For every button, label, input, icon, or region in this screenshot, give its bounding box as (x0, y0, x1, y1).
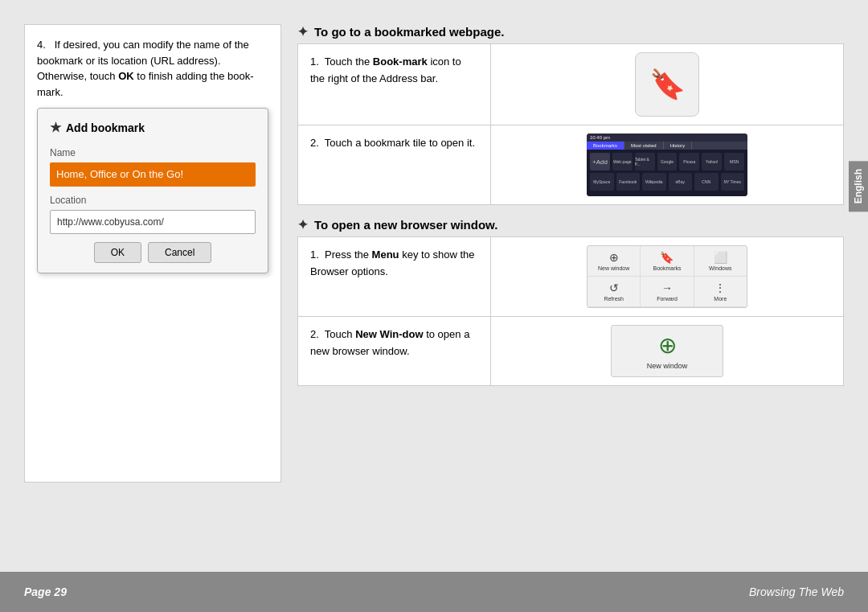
bookmarks-label: Bookmarks (653, 265, 681, 271)
section2-header-text: To open a new browser window. (314, 218, 497, 232)
browser-options-mockup: ⊕ New window 🔖 Bookmarks ⬜ (587, 245, 747, 308)
new-window-big-icon: ⊕ (658, 332, 677, 359)
section1: ✦ To go to a bookmarked webpage. 1. Touc… (297, 24, 844, 205)
section1-step2-text: 2. Touch a bookmark tile to open it. (298, 125, 491, 204)
browser-mockup: 10:40 pm Bookmarks Most visited History (587, 133, 747, 196)
browser-options-cell: ⊕ New window 🔖 Bookmarks ⬜ (491, 237, 843, 316)
more-icon: ⋮ (714, 281, 726, 294)
bookmark-icon-large: 🔖 (635, 52, 699, 117)
plus-icon-2: ✦ (297, 217, 308, 232)
windows-icon: ⬜ (714, 251, 727, 264)
section1-step1-text: 1. Touch the Book-mark icon to the right… (298, 44, 491, 125)
bm-row-2: MySpace Facebook Wikipedia eBay CNN NY T… (590, 173, 744, 191)
dialog-title-text: Add bookmark (66, 120, 145, 137)
add-tile: +Add (590, 153, 610, 170)
dialog-title: ★ Add bookmark (50, 118, 256, 138)
forward-option: → Forward (641, 277, 694, 306)
english-tab: English (849, 161, 868, 212)
options-row-1: ⊕ New window 🔖 Bookmarks ⬜ (588, 246, 747, 277)
dialog-buttons: OK Cancel (50, 242, 256, 263)
bookmark-icon-cell: 🔖 (491, 44, 843, 125)
new-window-mockup: ⊕ New window (611, 325, 723, 377)
english-label: English (853, 169, 864, 203)
section2-header: ✦ To open a new browser window. (297, 217, 844, 232)
webpage-tile: Web page (612, 153, 633, 170)
most-visited-tab: Most visited (624, 142, 664, 150)
footer-title: Browsing The Web (749, 585, 844, 598)
name-input[interactable]: Home, Office or On the Go! (50, 162, 256, 187)
left-panel: 4. If desired, you can modify the name o… (24, 24, 281, 483)
myspace-tile: MySpace (590, 173, 614, 191)
nytimes-tile: NY Times (721, 173, 745, 191)
add-bookmark-dialog: ★ Add bookmark Name Home, Office or On t… (37, 108, 268, 273)
new-window-option: ⊕ New window (588, 246, 641, 276)
windows-label: Windows (709, 265, 731, 271)
step4-text: 4. If desired, you can modify the name o… (37, 37, 268, 100)
bookmarks-option: 🔖 Bookmarks (641, 246, 694, 276)
new-window-icon: ⊕ (609, 251, 619, 264)
google-tile: Google (657, 153, 678, 170)
refresh-icon: ↺ (609, 281, 619, 294)
options-row-2: ↺ Refresh → Forward ⋮ Mo (588, 277, 747, 307)
plus-icon-1: ✦ (297, 24, 308, 39)
bookmarks-tab: Bookmarks (587, 142, 624, 150)
wikipedia-tile: Wikipedia (642, 173, 666, 191)
refresh-option: ↺ Refresh (588, 277, 641, 306)
section2-step2-text: 2. Touch New Win-dow to open a new brows… (298, 317, 491, 385)
section1-table: 1. Touch the Book-mark icon to the right… (297, 43, 844, 205)
location-input[interactable]: http://www.cobyusa.com/ (50, 210, 256, 234)
new-window-cell: ⊕ New window (491, 317, 843, 385)
forward-label: Forward (657, 296, 678, 302)
new-window-label: New window (598, 265, 629, 271)
section2-step1-text: 1. Press the Menu key to show the Browse… (298, 237, 491, 316)
facebook-tile: Facebook (616, 173, 641, 191)
forward-icon: → (661, 281, 673, 294)
browser-toolbar: 10:40 pm (587, 133, 747, 142)
msn-tile: MSN (724, 153, 744, 170)
location-label: Location (50, 193, 256, 207)
windows-option: ⬜ Windows (694, 246, 747, 276)
bookmarks-icon: 🔖 (660, 251, 674, 264)
step1-number: 1. (310, 55, 321, 68)
refresh-label: Refresh (604, 296, 624, 302)
section2: ✦ To open a new browser window. 1. Press… (297, 217, 844, 386)
cancel-button[interactable]: Cancel (148, 242, 211, 263)
history-tab: History (664, 142, 693, 150)
cnn-tile: CNN (694, 173, 719, 191)
section1-header: ✦ To go to a bookmarked webpage. (297, 24, 844, 39)
step2-number: 2. (310, 137, 321, 149)
browser-screenshot-cell: 10:40 pm Bookmarks Most visited History (491, 125, 843, 204)
yahoo-tile: Yahoo! (702, 153, 722, 170)
bookmarks-grid: +Add Web page Tablet & P... Google Picas… (587, 150, 747, 196)
more-label: More (714, 296, 727, 302)
tablet-tile: Tablet & P... (635, 153, 655, 170)
footer-page: Page 29 (24, 585, 67, 598)
step4-number: 4. (37, 39, 46, 51)
bm-row-1: +Add Web page Tablet & P... Google Picas… (590, 153, 744, 170)
browser-tabs: Bookmarks Most visited History (587, 142, 747, 150)
section2-table: 1. Press the Menu key to show the Browse… (297, 236, 844, 386)
picasa-tile: Picasa (679, 153, 699, 170)
new-window-text: New window (647, 362, 688, 370)
footer: Page 29 Browsing The Web (0, 572, 868, 612)
ok-button[interactable]: OK (94, 242, 141, 263)
name-label: Name (50, 146, 256, 160)
step4-description: If desired, you can modify the name of t… (37, 39, 254, 98)
star-icon: ★ (50, 118, 61, 138)
more-option: ⋮ More (694, 277, 747, 306)
ebay-tile: eBay (669, 173, 693, 191)
section1-header-text: To go to a bookmarked webpage. (314, 25, 504, 39)
right-panel: ✦ To go to a bookmarked webpage. 1. Touc… (297, 24, 844, 483)
